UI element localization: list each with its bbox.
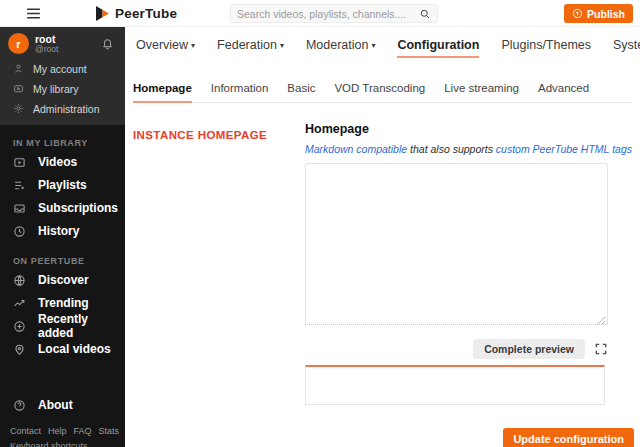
- tab-advanced[interactable]: Advanced: [538, 82, 589, 102]
- nav-label: Configuration: [397, 38, 479, 52]
- avatar[interactable]: r: [8, 33, 29, 54]
- nav-label: Federation: [217, 38, 277, 52]
- sidebar-item-label: Recently added: [38, 312, 125, 340]
- nav-label: Plugins/Themes: [501, 38, 591, 52]
- homepage-form: Homepage Markdown compatible that also s…: [305, 122, 608, 405]
- preview-pane: [305, 365, 605, 405]
- nav-item-federation[interactable]: Federation▾: [217, 38, 284, 58]
- sidebar-item-about[interactable]: About: [0, 394, 125, 417]
- sidebar-item-label: About: [38, 398, 73, 412]
- nav-item-configuration[interactable]: Configuration: [397, 38, 479, 58]
- sidebar-item-label: Discover: [38, 273, 89, 287]
- admin-nav: Overview▾ Federation▾ Moderation▾ Config…: [136, 38, 640, 58]
- nav-label: Moderation: [306, 38, 369, 52]
- gear-icon: [13, 103, 24, 114]
- search-box: [230, 4, 438, 23]
- config-tabs: Homepage Information Basic VOD Transcodi…: [133, 82, 633, 103]
- clock-icon: [13, 225, 26, 238]
- question-circle-icon: [13, 399, 26, 412]
- user-handle: @root: [35, 45, 95, 55]
- menu-icon[interactable]: [25, 5, 42, 22]
- main-content: Overview▾ Federation▾ Moderation▾ Config…: [125, 27, 640, 447]
- sidebar: r root @root My account My library Admin…: [0, 27, 125, 447]
- sidebar-item-label: Playlists: [38, 178, 87, 192]
- top-header: PeerTube Publish: [0, 0, 640, 27]
- upload-icon: [572, 8, 583, 19]
- custom-html-tags-link[interactable]: custom PeerTube HTML tags: [496, 143, 632, 155]
- trending-icon: [13, 297, 26, 310]
- search-icon[interactable]: [419, 8, 431, 20]
- sidebar-item-label: My library: [33, 83, 79, 95]
- footer-link-contact[interactable]: Contact: [10, 426, 41, 436]
- sidebar-item-subscriptions[interactable]: Subscriptions: [0, 197, 125, 220]
- sidebar-item-label: History: [38, 224, 79, 238]
- publish-button[interactable]: Publish: [564, 4, 633, 23]
- nav-item-system[interactable]: System▾: [613, 38, 640, 58]
- tab-live-streaming[interactable]: Live streaming: [444, 82, 519, 102]
- section-heading-in-my-library: IN MY LIBRARY: [13, 138, 125, 148]
- nav-label: Overview: [136, 38, 188, 52]
- sidebar-item-local-videos[interactable]: Local videos: [0, 338, 125, 361]
- playlist-icon: [13, 179, 26, 192]
- tab-vod-transcoding[interactable]: VOD Transcoding: [334, 82, 425, 102]
- sidebar-item-history[interactable]: History: [0, 220, 125, 243]
- footer-link-faq[interactable]: FAQ: [74, 426, 92, 436]
- user-names: root @root: [35, 33, 95, 55]
- sidebar-item-administration[interactable]: Administration: [0, 99, 125, 119]
- user-row[interactable]: r root @root: [0, 27, 125, 59]
- markdown-compatible-link[interactable]: Markdown compatible: [305, 143, 407, 155]
- markdown-hint: Markdown compatible that also supports c…: [305, 143, 608, 155]
- sidebar-item-my-library[interactable]: My library: [0, 79, 125, 99]
- bell-icon[interactable]: [101, 37, 114, 50]
- chevron-down-icon: ▾: [280, 41, 284, 50]
- user-icon: [13, 63, 24, 74]
- plus-circle-icon: [13, 320, 26, 333]
- tab-information[interactable]: Information: [211, 82, 269, 102]
- complete-preview-button[interactable]: Complete preview: [473, 339, 585, 359]
- library-icon: [13, 83, 24, 94]
- section-heading-instance-homepage: INSTANCE HOMEPAGE: [133, 129, 267, 141]
- sidebar-item-label: Videos: [38, 155, 77, 169]
- peertube-logo-icon[interactable]: [96, 6, 109, 21]
- video-icon: [13, 156, 26, 169]
- editor-controls: Complete preview: [305, 339, 608, 359]
- section-heading-on-peertube: ON PEERTUBE: [13, 256, 125, 266]
- globe-icon: [13, 274, 26, 287]
- brand-title[interactable]: PeerTube: [115, 6, 177, 21]
- sidebar-item-label: My account: [33, 63, 87, 75]
- update-configuration-button[interactable]: Update configuration: [503, 428, 634, 447]
- sidebar-item-my-account[interactable]: My account: [0, 59, 125, 79]
- sidebar-item-discover[interactable]: Discover: [0, 269, 125, 292]
- inbox-icon: [13, 202, 26, 215]
- footer-link-secondary[interactable]: Keyboard shortcuts: [0, 441, 125, 447]
- sidebar-item-playlists[interactable]: Playlists: [0, 174, 125, 197]
- sidebar-item-label: Trending: [38, 296, 89, 310]
- chevron-down-icon: ▾: [191, 41, 195, 50]
- footer-link-help[interactable]: Help: [48, 426, 67, 436]
- map-pin-icon: [13, 343, 26, 356]
- hint-text: that also supports: [407, 143, 496, 155]
- nav-label: System: [613, 38, 640, 52]
- maximize-icon[interactable]: [594, 342, 608, 356]
- sidebar-item-label: Administration: [33, 103, 100, 115]
- field-label-homepage: Homepage: [305, 122, 608, 136]
- publish-label: Publish: [587, 8, 625, 20]
- sidebar-item-videos[interactable]: Videos: [0, 151, 125, 174]
- nav-item-overview[interactable]: Overview▾: [136, 38, 195, 58]
- sidebar-footer-links: Contact Help FAQ Stats API: [0, 426, 125, 436]
- homepage-editor-wrap: [305, 163, 608, 329]
- tab-homepage[interactable]: Homepage: [133, 82, 192, 103]
- sidebar-account-section: r root @root My account My library Admin…: [0, 27, 125, 125]
- nav-item-moderation[interactable]: Moderation▾: [306, 38, 376, 58]
- nav-item-plugins-themes[interactable]: Plugins/Themes: [501, 38, 591, 58]
- sidebar-item-label: Local videos: [38, 342, 111, 356]
- tab-basic[interactable]: Basic: [287, 82, 315, 102]
- footer-link-stats[interactable]: Stats: [99, 426, 120, 436]
- sidebar-item-label: Subscriptions: [38, 201, 118, 215]
- chevron-down-icon: ▾: [371, 41, 375, 50]
- search-input[interactable]: [237, 8, 419, 20]
- homepage-textarea[interactable]: [305, 163, 608, 325]
- sidebar-item-recently-added[interactable]: Recently added: [0, 315, 125, 338]
